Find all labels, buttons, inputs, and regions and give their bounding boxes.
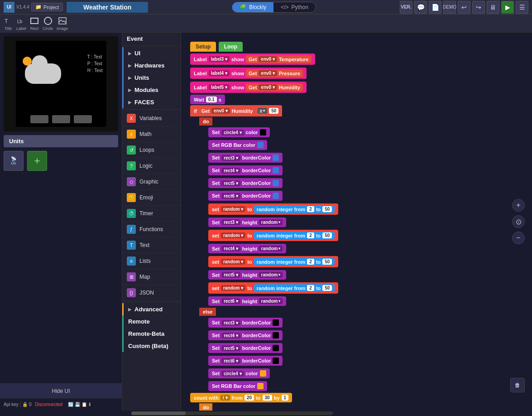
app-logo: UI xyxy=(4,2,14,13)
app-version: V1.4.4 xyxy=(16,5,29,10)
loop-tab[interactable]: Loop xyxy=(219,42,243,52)
block-set-rect5-height[interactable]: Set rect5 ▾ height random xyxy=(208,269,532,281)
demo-button[interactable]: DEMO xyxy=(443,1,456,14)
block-else-rect5-border[interactable]: Set rect5 ▾ borderColor xyxy=(208,342,532,354)
svg-rect-2 xyxy=(31,18,38,24)
setup-tab[interactable]: Setup xyxy=(190,42,216,52)
category-emoji[interactable]: 😊 Emoji xyxy=(122,190,181,206)
top-bar-right: VER. 💬 📄 DEMO ↩ ↪ 🖥 ▶ ☰ xyxy=(396,1,532,14)
top-bar: UI V1.4.4 📁 Project Weather Station 🧩 Bl… xyxy=(0,0,532,15)
block-else-rgb-bar-color[interactable]: Set RGB Bar color xyxy=(208,380,532,392)
project-button[interactable]: 📁 Project xyxy=(31,3,63,11)
redo-button[interactable]: ↪ xyxy=(472,1,485,14)
blockly-label: Blockly xyxy=(249,4,266,10)
block-count-with[interactable]: count with i ▾ from 20 to 30 by 1 xyxy=(190,393,532,402)
svg-text:Lb: Lb xyxy=(17,19,23,24)
category-event[interactable]: Event xyxy=(122,33,181,45)
python-mode-button[interactable]: </> Python xyxy=(273,2,316,12)
category-remote-beta[interactable]: Remote-Beta xyxy=(122,328,181,340)
doc-button[interactable]: 📄 xyxy=(429,1,441,14)
zoom-fit-button[interactable]: ⊙ xyxy=(512,215,525,228)
svg-text:T: T xyxy=(5,18,8,24)
block-else-rect3-border[interactable]: Set rect3 ▾ borderColor xyxy=(208,317,532,329)
category-map[interactable]: ⊞ Map xyxy=(122,269,181,285)
block-set-rect6-height[interactable]: Set rect6 ▾ height random xyxy=(208,295,532,307)
chat-button[interactable]: 💬 xyxy=(414,1,427,14)
mode-toggle: 🧩 Blockly </> Python xyxy=(232,2,316,13)
python-icon: </> xyxy=(281,4,288,10)
label-icon: Lb xyxy=(17,16,26,25)
top-bar-left: UI V1.4.4 📁 Project Weather Station xyxy=(0,2,152,13)
category-units[interactable]: ▶ Units xyxy=(122,72,181,84)
image-tool[interactable]: Image xyxy=(57,16,68,31)
block-categories: Event ▶ UI ▶ Hardwares ▶ Units ▶ Modules… xyxy=(122,33,181,411)
circle-tool[interactable]: Circle xyxy=(43,16,53,31)
category-timer[interactable]: ⏱ Timer xyxy=(122,206,181,222)
units-header: Units xyxy=(4,135,118,147)
block-else-rect4-border[interactable]: Set rect4 ▾ borderColor xyxy=(208,329,532,341)
category-modules[interactable]: ▶ Modules xyxy=(122,84,181,96)
run-button[interactable]: ▶ xyxy=(501,1,514,14)
category-faces[interactable]: ▶ FACES xyxy=(122,96,181,108)
block-set-rgb-bar-color[interactable]: Set RGB Bar color xyxy=(208,139,532,151)
block-set-rect5-border[interactable]: Set rect5 ▾ borderColor xyxy=(208,177,532,189)
block-else-circle4-color[interactable]: Set circle4 ▾ color xyxy=(208,368,532,379)
zoom-out-button[interactable]: − xyxy=(512,232,525,244)
title-tool[interactable]: T Title xyxy=(4,16,13,31)
unit-item-uv[interactable]: 📡 UV xyxy=(4,151,24,171)
block-set-circle4-color[interactable]: Set circle4 ▾ color xyxy=(208,126,532,138)
category-json[interactable]: {} JSON xyxy=(122,285,181,301)
block-set-rect4-border[interactable]: Set rect4 ▾ borderColor xyxy=(208,164,532,176)
block-label5-humidity[interactable]: Label label5 ▾ show Get env0 ▾ Humidity xyxy=(190,81,532,94)
category-math[interactable]: ± Math xyxy=(122,126,181,142)
block-set-random-1[interactable]: set random ▾ to random integer from 2 to… xyxy=(208,203,532,216)
category-ui[interactable]: ▶ UI xyxy=(122,47,181,59)
category-loops[interactable]: ↺ Loops xyxy=(122,142,181,158)
category-functions[interactable]: ƒ Functions xyxy=(122,222,181,237)
ver-button[interactable]: VER. xyxy=(400,1,412,14)
label-tool[interactable]: Lb Label xyxy=(16,16,26,31)
units-items: 📡 UV + xyxy=(0,149,122,173)
rect-icon xyxy=(30,16,39,25)
block-set-rect3-border[interactable]: Set rect3 ▾ borderColor xyxy=(208,152,532,164)
category-hardwares[interactable]: ▶ Hardwares xyxy=(122,59,181,72)
category-logic[interactable]: ? Logic xyxy=(122,158,181,174)
block-wait-01[interactable]: Wait 0.1 s xyxy=(190,95,532,104)
workspace: Setup Loop Label label3 ▾ show Get env0 … xyxy=(181,33,532,411)
block-set-rect6-border[interactable]: Set rect6 ▾ borderColor xyxy=(208,190,532,202)
trash-button[interactable]: 🗑 xyxy=(510,378,525,392)
block-set-rect3-height[interactable]: Set rect3 ▾ height random xyxy=(208,217,532,228)
block-else-rect6-border[interactable]: Set rect6 ▾ borderColor xyxy=(208,355,532,367)
block-set-random-4[interactable]: set random ▾ to random integer from 2 to… xyxy=(208,281,532,295)
block-set-random-2[interactable]: set random ▾ to random integer from 2 to… xyxy=(208,229,532,242)
category-custom-beta[interactable]: Custom (Beta) xyxy=(122,340,181,352)
category-advanced[interactable]: ▶ Advanced xyxy=(122,303,181,315)
block-if[interactable]: if Get env0 ▾ Humidity ≥ 50 xyxy=(190,105,532,116)
scrollbar-thumb[interactable] xyxy=(131,411,186,415)
block-set-rect4-height[interactable]: Set rect4 ▾ height random xyxy=(208,243,532,254)
category-remote[interactable]: Remote xyxy=(122,315,181,328)
block-set-random-3[interactable]: set random ▾ to random integer from 2 to… xyxy=(208,255,532,268)
left-panel: T : Text P : Text H : Text Units 📡 UV + xyxy=(0,33,122,411)
horizontal-scrollbar[interactable] xyxy=(0,411,532,416)
blockly-mode-button[interactable]: 🧩 Blockly xyxy=(232,2,273,12)
menu-button[interactable]: ☰ xyxy=(516,1,528,14)
svg-point-3 xyxy=(44,17,52,24)
undo-button[interactable]: ↩ xyxy=(458,1,470,14)
block-label3-temp[interactable]: Label label3 ▾ show Get env0 ▾ Temperatu… xyxy=(190,53,532,66)
add-unit-button[interactable]: + xyxy=(27,151,47,171)
category-variables[interactable]: X Variables xyxy=(122,111,181,126)
rect-tool[interactable]: Rect xyxy=(30,16,39,31)
preview-labels: T : Text P : Text H : Text xyxy=(87,54,103,73)
hide-ui-button[interactable]: Hide UI xyxy=(0,383,122,398)
monitor-button[interactable]: 🖥 xyxy=(487,1,499,14)
category-lists[interactable]: ≡ Lists xyxy=(122,253,181,269)
main-area: T : Text P : Text H : Text Units 📡 UV + xyxy=(0,33,532,411)
preview-buttons xyxy=(30,115,92,123)
category-graphic[interactable]: ◇ Graphic xyxy=(122,174,181,190)
logo-text: UI xyxy=(7,5,11,10)
zoom-in-button[interactable]: + xyxy=(512,199,525,212)
category-text[interactable]: T Text xyxy=(122,237,181,253)
hide-ui-label: Hide UI xyxy=(52,388,70,394)
block-label4-pressure[interactable]: Label label4 ▾ show Get env0 ▾ Pressure xyxy=(190,67,532,80)
